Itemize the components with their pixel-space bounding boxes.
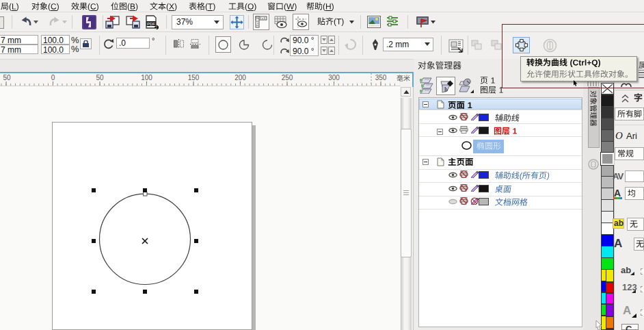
svg-text:PDF: PDF xyxy=(147,22,155,26)
